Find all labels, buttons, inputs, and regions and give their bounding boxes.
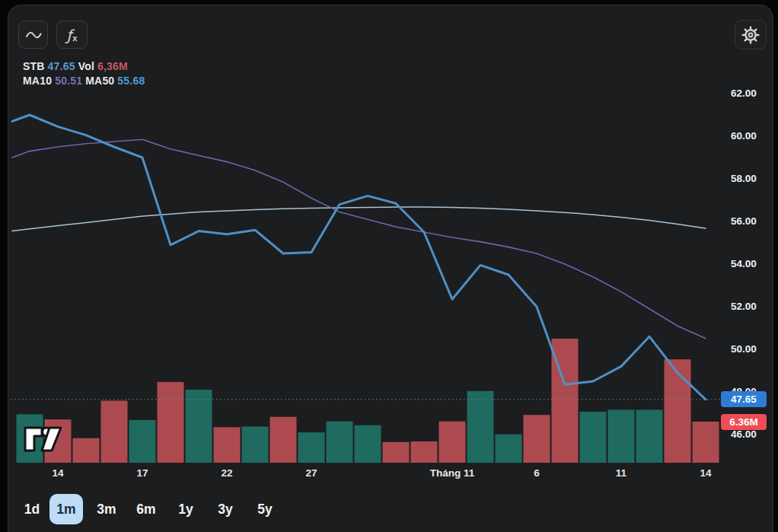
wave-line-icon xyxy=(24,25,43,45)
timeframe-5y[interactable]: 5y xyxy=(245,494,285,524)
tradingview-logo[interactable] xyxy=(23,422,64,455)
volume-bar xyxy=(496,435,522,463)
volume-bar xyxy=(158,382,184,463)
volume-bar xyxy=(270,417,297,463)
price-axis-tick: 56.00 xyxy=(722,215,766,228)
volume-bar xyxy=(186,390,212,463)
volume-bar xyxy=(665,359,691,463)
ma10-line xyxy=(12,139,706,339)
legend-ma10-value: 50.51 xyxy=(55,75,82,87)
timeframe-3m[interactable]: 3m xyxy=(87,494,126,524)
legend-ma50-label: MA50 xyxy=(85,75,114,87)
volume-bar xyxy=(439,422,466,463)
date-axis-label: 22 xyxy=(193,467,261,479)
chart-style-button[interactable] xyxy=(18,21,48,49)
volume-bar xyxy=(327,422,353,463)
price-axis-tick: 60.00 xyxy=(722,130,766,142)
timeframe-1d[interactable]: 1d xyxy=(18,494,46,524)
date-axis-label: 17 xyxy=(108,467,177,479)
fx-icon: ƒ xyxy=(67,27,72,43)
volume-bar xyxy=(242,426,269,463)
volume-bar xyxy=(383,442,410,463)
volume-bar xyxy=(636,409,663,463)
date-axis-label: 14 xyxy=(24,467,92,479)
date-axis-label: 14 xyxy=(671,467,740,479)
volume-bar xyxy=(129,420,156,463)
volume-bar xyxy=(355,425,381,463)
volume-bar xyxy=(693,422,719,463)
volume-bar xyxy=(524,415,550,463)
date-axis-label: 27 xyxy=(277,467,346,479)
legend-row-price: STB47.65Vol6,36M xyxy=(23,60,131,72)
volume-bar xyxy=(101,400,128,463)
indicators-button[interactable]: ƒx xyxy=(56,21,88,49)
price-axis-tick: 46.00 xyxy=(722,428,766,441)
date-axis-label: 6 xyxy=(502,467,571,479)
volume-bar xyxy=(73,438,100,463)
date-axis-label: Tháng 11 xyxy=(418,467,486,479)
settings-button[interactable] xyxy=(735,20,767,49)
timeframe-1y[interactable]: 1y xyxy=(166,494,206,524)
last-price-badge: 47.65 xyxy=(721,391,767,407)
last-volume-badge: 6.36M xyxy=(721,414,767,430)
volume-bar xyxy=(298,432,325,463)
timeframe-3y[interactable]: 3y xyxy=(206,494,245,524)
legend-vol-label: Vol xyxy=(78,60,94,72)
volume-bar xyxy=(608,409,635,463)
volume-bar xyxy=(214,427,241,463)
legend-row-ma: MA1050.51MA5055.68 xyxy=(23,75,148,87)
volume-bar xyxy=(411,441,438,463)
timeframe-1m[interactable]: 1m xyxy=(49,494,83,524)
volume-bar xyxy=(467,391,494,463)
price-axis-tick: 50.00 xyxy=(722,343,766,355)
legend-vol-value: 6,36M xyxy=(97,60,128,72)
legend-price-value: 47.65 xyxy=(48,60,75,72)
legend-symbol: STB xyxy=(23,60,45,72)
price-axis-tick: 52.00 xyxy=(722,301,766,313)
price-axis-tick: 54.00 xyxy=(722,258,766,270)
ma50-line xyxy=(12,207,706,231)
gear-icon xyxy=(741,26,760,44)
price-axis-tick: 62.00 xyxy=(722,88,766,100)
stb-line xyxy=(12,115,706,400)
timeframe-selector: 1d1m3m6m1y3y5y xyxy=(18,494,285,524)
legend-ma50-value: 55.68 xyxy=(117,75,145,87)
date-axis-label: 11 xyxy=(587,467,655,479)
price-axis-tick: 58.00 xyxy=(722,173,766,185)
timeframe-6m[interactable]: 6m xyxy=(126,494,166,524)
legend-ma10-label: MA10 xyxy=(23,75,52,87)
volume-bar xyxy=(580,412,607,463)
